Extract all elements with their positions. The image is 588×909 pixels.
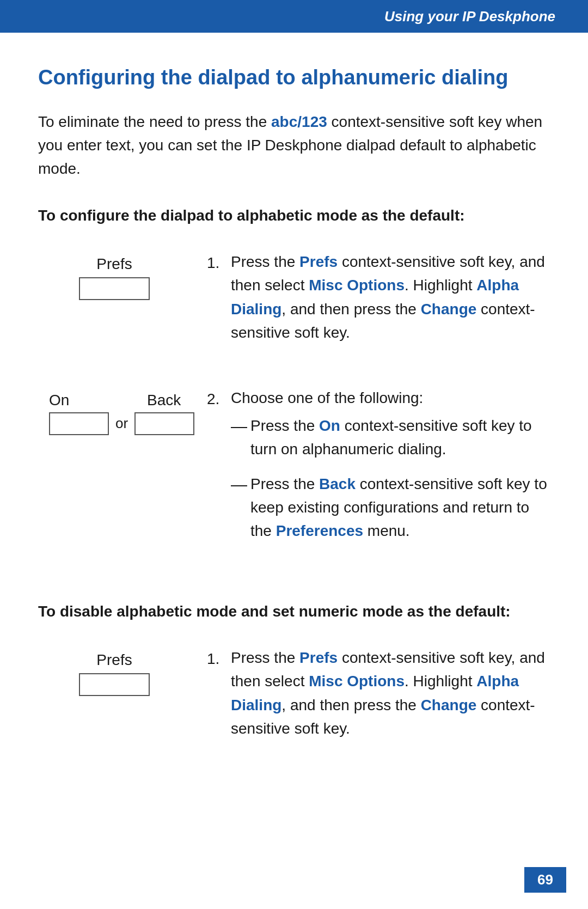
prefs-key-box-2	[79, 673, 150, 696]
bullet2-before: Press the	[250, 475, 319, 492]
bullet2-text: Press the Back context-sensitive soft ke…	[250, 472, 550, 543]
bullet-list: — Press the On context-sensitive soft ke…	[231, 414, 550, 543]
sub-heading-1: To configure the dialpad to alphabetic m…	[38, 205, 550, 226]
bullet2-after2: menu.	[363, 522, 410, 539]
sub-heading-2: To disable alphabetic mode and set numer…	[38, 601, 550, 622]
instruction-block-2: On Back or 2. Choose one of the followin…	[38, 386, 550, 574]
bullet1-before: Press the	[250, 417, 319, 434]
bullet2-prefs-link: Preferences	[276, 522, 363, 539]
boxes-row: or	[49, 412, 194, 435]
step2-container: 2. Choose one of the following: — Press …	[207, 386, 550, 574]
step-item-1: 1. Press the Prefs context-sensitive sof…	[207, 250, 550, 345]
bullet-item-1: — Press the On context-sensitive soft ke…	[231, 414, 550, 461]
step1-change-link: Change	[421, 301, 477, 318]
intro-text: To eliminate the need to press the abc/1…	[38, 110, 550, 181]
step3-prefs-link: Prefs	[299, 649, 338, 666]
step3-change-link: Change	[421, 697, 477, 713]
diagram-on-back: On Back or	[38, 386, 191, 435]
two-buttons-diagram: On Back or	[49, 392, 194, 435]
step-list-2: 2. Choose one of the following: — Press …	[207, 386, 550, 554]
steps-container-1: 1. Press the Prefs context-sensitive sof…	[207, 250, 550, 364]
header-bar: Using your IP Deskphone	[0, 0, 588, 33]
step3-before: Press the	[231, 649, 299, 666]
step3-content: Press the Prefs context-sensitive soft k…	[231, 646, 550, 741]
step3-misc-link: Misc Options	[309, 673, 405, 690]
prefs-key-box-1	[79, 277, 150, 300]
section-heading: Configuring the dialpad to alphanumeric …	[38, 65, 550, 90]
steps-container-2: 1. Press the Prefs context-sensitive sof…	[207, 646, 550, 760]
abc123-link: abc/123	[271, 113, 327, 130]
intro-text-before: To eliminate the need to press the	[38, 113, 271, 130]
step-item-3: 1. Press the Prefs context-sensitive sof…	[207, 646, 550, 741]
step-item-2: 2. Choose one of the following: — Press …	[207, 386, 550, 554]
diagram-prefs-2: Prefs	[38, 646, 191, 696]
prefs-key-label-1: Prefs	[96, 255, 132, 273]
back-key-box	[134, 412, 194, 435]
bullet-item-2: — Press the Back context-sensitive soft …	[231, 472, 550, 543]
step-list-3: 1. Press the Prefs context-sensitive sof…	[207, 646, 550, 741]
on-label: On	[49, 392, 109, 409]
step1-mid3: , and then press the	[281, 301, 420, 318]
back-label: Back	[147, 392, 181, 409]
or-text: or	[115, 415, 128, 432]
instruction-block-1: Prefs 1. Press the Prefs context-sensiti…	[38, 250, 550, 364]
step3-mid3: , and then press the	[281, 697, 420, 713]
step1-mid2: . Highlight	[405, 277, 476, 294]
step3-mid2: . Highlight	[405, 673, 476, 690]
step1-before: Press the	[231, 253, 299, 270]
labels-row: On Back	[49, 392, 186, 409]
prefs-key-label-2: Prefs	[96, 651, 132, 669]
instruction-block-3: Prefs 1. Press the Prefs context-sensiti…	[38, 646, 550, 760]
step2-content: Choose one of the following: — Press the…	[231, 386, 550, 554]
diagram-prefs-1: Prefs	[38, 250, 191, 300]
bullet2-back-link: Back	[319, 475, 356, 492]
on-key-box	[49, 412, 109, 435]
bullet1-on-link: On	[319, 417, 340, 434]
step-list-1: 1. Press the Prefs context-sensitive sof…	[207, 250, 550, 345]
step1-content: Press the Prefs context-sensitive soft k…	[231, 250, 550, 345]
step1-misc-link: Misc Options	[309, 277, 405, 294]
header-title: Using your IP Deskphone	[384, 8, 555, 25]
page-content: Configuring the dialpad to alphanumeric …	[0, 33, 588, 842]
step1-prefs-link: Prefs	[299, 253, 338, 270]
page-footer: 69	[524, 867, 566, 893]
step2-label: Choose one of the following:	[231, 389, 423, 406]
page-number: 69	[537, 871, 553, 888]
bullet1-text: Press the On context-sensitive soft key …	[250, 414, 550, 461]
